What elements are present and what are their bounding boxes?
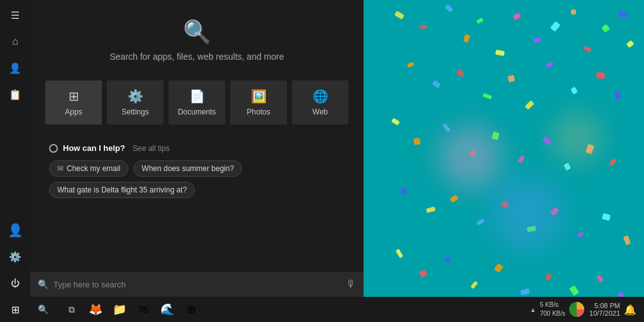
store-icon: 🛍 [138, 304, 148, 315]
confetti-piece [401, 187, 409, 195]
confetti-piece [596, 274, 604, 282]
taskbar-app-firefox[interactable]: 🦊 [84, 298, 107, 321]
confetti-piece [396, 248, 403, 258]
chrome-icon: ⊕ [187, 303, 196, 316]
apps-icon: ⊞ [69, 89, 79, 104]
settings-icon: ⚙️ [9, 251, 21, 263]
notifications-button[interactable]: 🔔 [624, 304, 636, 316]
confetti-piece [513, 13, 521, 21]
confetti-piece [463, 34, 470, 43]
search-panel: 🔍 Search for apps, files, web results, a… [30, 0, 364, 297]
confetti-piece [570, 9, 576, 14]
suggestion-email-label: Check my email [67, 164, 120, 173]
sidebar-home[interactable]: ⌂ [3, 29, 28, 54]
confetti-piece [601, 24, 610, 33]
network-pie-chart [568, 301, 586, 318]
suggestion-chips: ✉ Check my email When does summer begin?… [49, 160, 345, 198]
taskbar-clock: 5:08 PM 10/7/2021 [589, 302, 620, 317]
taskbar-time-text: 5:08 PM [594, 302, 620, 309]
category-settings-label: Settings [121, 108, 148, 116]
taskbar-app-store[interactable]: 🛍 [132, 298, 155, 321]
bokeh-orb [439, 126, 502, 189]
taskbar-search-icon: 🔍 [38, 304, 48, 314]
taskbar-app-chrome[interactable]: ⊕ [180, 298, 203, 321]
taskbar-app-files[interactable]: 📁 [108, 298, 131, 321]
confetti-piece [419, 25, 426, 30]
confetti-piece [525, 100, 535, 110]
email-icon: ✉ [57, 164, 64, 173]
taskbar-pinned-apps: ⧉ 🦊 📁 🛍 🌊 ⊕ [60, 298, 203, 321]
confetti-piece [569, 285, 579, 296]
sidebar-hamburger[interactable]: ☰ [3, 3, 28, 28]
category-apps[interactable]: ⊞ Apps [45, 80, 102, 125]
confetti-piece [618, 11, 627, 18]
network-indicator: 5 KB/s 700 KB/s [540, 301, 586, 318]
confetti-piece [413, 138, 421, 145]
confetti-piece [542, 136, 552, 145]
confetti-piece [450, 194, 458, 203]
help-circle-icon [49, 144, 58, 153]
category-settings[interactable]: ⚙️ Settings [107, 80, 164, 125]
confetti-piece [550, 21, 561, 31]
confetti-piece [470, 280, 478, 289]
taskbar-app-edge[interactable]: 🌊 [156, 298, 179, 321]
help-title: How can I help? See all tips [49, 143, 345, 153]
help-title-text: How can I help? [63, 143, 125, 153]
suggestion-flight[interactable]: What gate is Delta flight 35 arriving at… [49, 182, 195, 198]
taskview-icon: ⧉ [69, 304, 75, 315]
confetti-piece [432, 80, 441, 88]
confetti-piece [445, 257, 452, 264]
confetti-piece [442, 123, 451, 133]
bokeh-orb [489, 176, 565, 252]
taskbar-search-button[interactable]: 🔍 [30, 297, 55, 322]
sidebar-settings[interactable]: ⚙️ [3, 244, 28, 269]
edge-icon: 🌊 [160, 303, 174, 316]
confetti-piece [545, 273, 552, 280]
avatar-icon: 👤 [8, 223, 23, 238]
category-photos-label: Photos [247, 108, 270, 116]
taskbar-app-taskview[interactable]: ⧉ [60, 298, 83, 321]
confetti-piece [602, 213, 611, 221]
confetti-piece [564, 163, 570, 170]
search-bottom-icon: 🔍 [38, 279, 48, 289]
category-bar: ⊞ Apps ⚙️ Settings 📄 Documents 🖼️ Photos… [30, 74, 364, 137]
search-input[interactable] [53, 280, 341, 289]
sidebar-avatar[interactable]: 👤 [3, 218, 28, 243]
suggestion-email[interactable]: ✉ Check my email [49, 160, 128, 177]
microphone-icon[interactable]: 🎙 [346, 279, 356, 290]
power-icon: ⏻ [11, 278, 19, 288]
confetti-piece [445, 4, 453, 13]
confetti-piece [394, 11, 404, 19]
bokeh-orb [552, 113, 602, 164]
confetti-piece [626, 40, 635, 48]
documents-icon: 📄 [189, 89, 205, 104]
category-apps-label: Apps [65, 108, 82, 116]
sidebar-docs[interactable]: 📋 [3, 82, 28, 107]
docs-icon: 📋 [9, 89, 21, 101]
hamburger-icon: ☰ [11, 9, 19, 21]
confetti-piece [476, 18, 484, 24]
confetti-piece [476, 218, 484, 225]
taskbar-date-text: 10/7/2021 [589, 309, 620, 317]
confetti-piece [596, 72, 606, 79]
sidebar-account[interactable]: 👤 [3, 55, 28, 80]
search-header: 🔍 Search for apps, files, web results, a… [30, 0, 364, 74]
category-photos[interactable]: 🖼️ Photos [230, 80, 287, 125]
category-documents-label: Documents [178, 108, 216, 116]
confetti-piece [618, 292, 624, 297]
confetti-piece [419, 269, 427, 277]
system-tray-chevron[interactable]: ▲ [530, 306, 536, 313]
search-subtitle: Search for apps, files, web results, and… [109, 52, 284, 62]
confetti-piece [407, 62, 414, 68]
sidebar-power[interactable]: ⏻ [3, 270, 28, 296]
photos-icon: 🖼️ [251, 89, 267, 104]
start-button[interactable]: ⊞ [3, 297, 28, 322]
category-web[interactable]: 🌐 Web [292, 80, 348, 125]
confetti-piece [426, 206, 435, 213]
confetti-piece [623, 235, 631, 245]
confetti-piece [495, 50, 504, 56]
see-all-tips-link[interactable]: See all tips [133, 144, 170, 153]
suggestion-summer[interactable]: When does summer begin? [133, 160, 242, 177]
confetti-piece [570, 87, 578, 95]
category-documents[interactable]: 📄 Documents [169, 80, 225, 125]
